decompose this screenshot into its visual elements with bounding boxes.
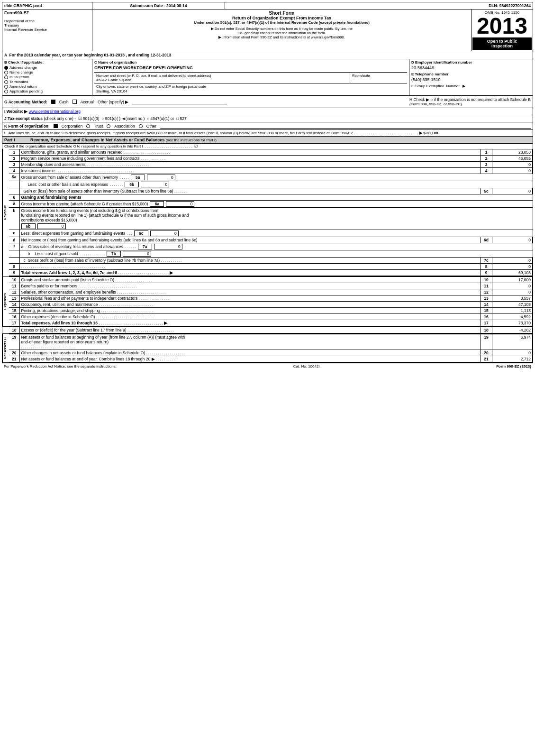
- part1-check-row: Check if the organization used Schedule …: [2, 144, 533, 149]
- tax-option2: ○ 501(c)(: [101, 116, 118, 121]
- efile-label: efile GRAPHIC print: [2, 2, 92, 9]
- row10-desc: Grants and similar amounts paid (list in…: [19, 277, 481, 283]
- row1-linenum: 1: [481, 149, 492, 156]
- h-check: H Check ▶ ○ if the organization is not r…: [409, 97, 531, 106]
- expenses-table: 10 Grants and similar amounts paid (list…: [9, 277, 533, 326]
- table-row: c Gross profit or (loss) from sales of i…: [9, 258, 533, 264]
- table-row: 20 Other changes in net assets or fund b…: [9, 350, 533, 356]
- table-row: 21 Net assets or fund balances at end of…: [9, 356, 533, 362]
- row18-linenum: 18: [481, 327, 492, 333]
- row18-amount: -4,262: [492, 327, 533, 333]
- amended-label: Amended return: [9, 84, 36, 89]
- initial-return-radio[interactable]: [4, 75, 8, 79]
- amended-item: Amended return: [4, 84, 90, 89]
- row13-num: 13: [9, 295, 19, 302]
- table-row: 15 Printing, publications, postage, and …: [9, 308, 533, 314]
- row6d-desc: Net income or (loss) from gaming and fun…: [19, 237, 481, 243]
- table-row: 1 Contributions, gifts, grants, and simi…: [9, 149, 533, 156]
- dept-label: Department of the: [4, 19, 90, 23]
- row17-linenum: 17: [481, 320, 492, 326]
- revenue-label: Revenue: [2, 149, 9, 276]
- form-left-header: Form990-EZ Department of the Treasury In…: [2, 9, 92, 51]
- e-label: E Telephone number: [411, 72, 531, 76]
- l-label: L: [4, 131, 7, 135]
- row5a-num: 5a: [9, 174, 19, 181]
- row18-wrapper: 18 Excess or (deficit) for the year (Sub…: [9, 327, 533, 333]
- room-label: Room/suite: [352, 74, 405, 78]
- b-label: B Check if applicable:: [4, 60, 90, 65]
- row13-desc: Professional fees and other payments to …: [19, 295, 481, 302]
- part1-label: Part I: [4, 138, 30, 142]
- k-row: K Form of organization: Corporation Trus…: [2, 122, 533, 130]
- assoc-radio[interactable]: [107, 124, 110, 128]
- row14-desc: Occupancy, rent, utilities, and maintena…: [19, 302, 481, 308]
- row3-linenum: 3: [481, 162, 492, 168]
- row8-linenum: 8: [481, 264, 492, 270]
- table-row: 11 Benefits paid to or for members . . .…: [9, 283, 533, 289]
- row12-num: 12: [9, 289, 19, 295]
- row1-amount: 23,053: [492, 149, 533, 156]
- row9-num: 9: [9, 270, 19, 276]
- row7c-amount: 0: [492, 258, 533, 264]
- part1-subtitle: (see the instructions for Part I): [166, 138, 217, 142]
- row2-linenum: 2: [481, 156, 492, 162]
- i-label: I Website: ▶: [4, 109, 27, 114]
- amended-radio[interactable]: [4, 85, 8, 89]
- row12-linenum: 12: [481, 289, 492, 295]
- row20-amount: 0: [492, 350, 533, 356]
- corp-checkbox[interactable]: [54, 124, 58, 128]
- submission-date: Submission Date - 2014-08-14: [92, 2, 225, 9]
- row8-num: 8: [9, 264, 19, 270]
- row10-amount: 17,000: [492, 277, 533, 283]
- terminated-radio[interactable]: [4, 80, 8, 84]
- net-assets-table-wrapper: 19 Net assets or fund balances at beginn…: [9, 334, 533, 362]
- form-footer-label: Form 990-EZ (2013): [496, 364, 531, 369]
- org-col: C Name of organization CENTER FOR WORKFO…: [92, 59, 409, 95]
- check-applicable-col: B Check if applicable: Address change Na…: [2, 59, 92, 95]
- row9-linenum: 9: [481, 270, 492, 276]
- cash-checkbox[interactable]: [51, 100, 55, 104]
- table-row: 14 Occupancy, rent, utilities, and maint…: [9, 302, 533, 308]
- table-row: 17 Total expenses. Add lines 10 through …: [9, 320, 533, 326]
- row5c-linenum: 5c: [481, 188, 492, 194]
- address-change-radio[interactable]: [4, 66, 8, 70]
- row21-amount: 2,712: [492, 356, 533, 362]
- accrual-label: Accrual: [81, 100, 94, 104]
- row4-amount: 0: [492, 168, 533, 174]
- row18-table: 18 Excess or (deficit) for the year (Sub…: [9, 327, 533, 333]
- row5c-desc: Gain or (loss) from sale of assets other…: [19, 188, 481, 194]
- row13-amount: 3,557: [492, 295, 533, 302]
- l-dots: . . . . . . . . . . . . . . . . . . . . …: [354, 131, 418, 135]
- city-label: City or town, state or province, country…: [96, 84, 206, 89]
- l-text: Add lines 5b, 6c, and 7b to line 9 to de…: [9, 131, 353, 135]
- net-assets-table: 19 Net assets or fund balances at beginn…: [9, 334, 533, 362]
- app-pending-radio[interactable]: [4, 90, 8, 93]
- row17-amount: 73,370: [492, 320, 533, 326]
- row18-container: 18 Excess or (deficit) for the year (Sub…: [2, 327, 533, 334]
- part1-checkbox: ☑: [194, 144, 198, 148]
- other-radio[interactable]: [139, 124, 143, 128]
- name-change-radio[interactable]: [4, 71, 8, 74]
- terminated-label: Terminated: [9, 80, 28, 84]
- row2-amount: 46,055: [492, 156, 533, 162]
- table-row: 12 Salaries, other compensation, and emp…: [9, 289, 533, 295]
- tax-year: 2013: [477, 15, 527, 37]
- tax-option5: □ 527: [176, 116, 187, 121]
- street-label: Number and street (or P. O. box, if mail…: [96, 74, 348, 78]
- row3-num: 3: [9, 162, 19, 168]
- row20-desc: Other changes in net assets or fund bala…: [19, 350, 481, 356]
- footer: For Paperwork Reduction Act Notice, see …: [2, 363, 533, 369]
- row4-num: 4: [9, 168, 19, 174]
- assoc-label: Association: [114, 124, 135, 129]
- employer-col: D Employer identification number 20-5634…: [409, 59, 533, 95]
- row11-desc: Benefits paid to or for members . . . . …: [19, 283, 481, 289]
- row17-num: 17: [9, 320, 19, 326]
- row2-desc: Program service revenue including govern…: [19, 156, 481, 162]
- trust-radio[interactable]: [86, 124, 90, 128]
- row6c-sub: c: [9, 230, 19, 237]
- other-label: Other (specify) ▶: [98, 100, 128, 104]
- row8-amount: 0: [492, 264, 533, 270]
- accrual-checkbox[interactable]: [73, 100, 77, 104]
- terminated-item: Terminated: [4, 80, 90, 84]
- table-row: 18 Excess or (deficit) for the year (Sub…: [9, 327, 533, 333]
